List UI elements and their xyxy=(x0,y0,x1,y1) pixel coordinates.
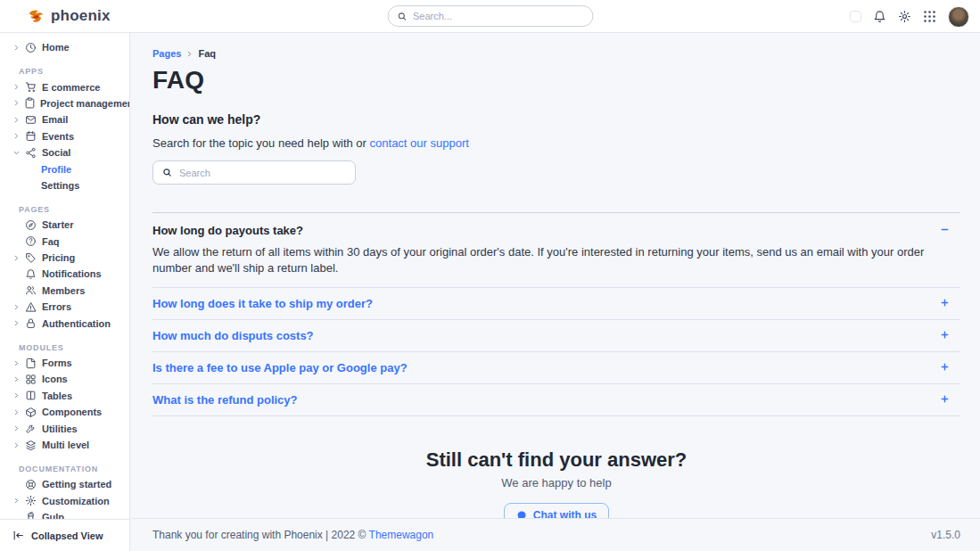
sidebar-item-label: Customization xyxy=(42,496,110,506)
user-avatar[interactable] xyxy=(948,6,969,28)
faq-question[interactable]: Is there a fee to use Apple pay or Googl… xyxy=(152,361,930,374)
plus-icon[interactable] xyxy=(930,330,960,340)
chevron-right-icon xyxy=(13,376,21,382)
faq-accordion: How long do payouts take? We allow the r… xyxy=(152,212,960,416)
sidebar-item-profile[interactable]: Profile xyxy=(0,160,129,177)
faq-question[interactable]: What is the refund policy? xyxy=(152,393,930,407)
top-header: phoenix Search... xyxy=(0,0,980,33)
minus-icon[interactable] xyxy=(930,225,960,234)
sidebar-item-notifications[interactable]: Notifications xyxy=(0,266,129,282)
faq-item-apple-google-pay[interactable]: Is there a fee to use Apple pay or Googl… xyxy=(152,352,960,384)
sidebar-item-project-management[interactable]: Project management xyxy=(0,95,129,111)
topic-search-placeholder: Search xyxy=(179,168,210,178)
chevron-right-icon xyxy=(13,392,21,399)
sidebar-item-icons[interactable]: Icons xyxy=(0,371,129,387)
faq-question[interactable]: How long does it take to ship my order? xyxy=(152,297,930,310)
breadcrumb: Pages Faq xyxy=(152,48,960,59)
sidebar-item-label: Starter xyxy=(42,219,73,230)
cta-section: Still can't find your answer? We are hap… xyxy=(152,448,960,518)
apps-grid-icon[interactable] xyxy=(923,10,936,23)
sidebar-item-label: Multi level xyxy=(42,440,89,450)
table-columns-icon xyxy=(25,390,37,401)
chevron-down-icon xyxy=(13,150,21,156)
help-text: Search for the topic you need help with … xyxy=(152,136,960,150)
faq-item-payouts[interactable]: How long do payouts take? We allow the r… xyxy=(152,213,960,288)
themewagon-link[interactable]: Themewagon xyxy=(369,529,434,541)
chevron-right-icon xyxy=(13,84,21,90)
main-footer: Thank you for creating with Phoenix | 20… xyxy=(131,518,980,551)
collapsed-view-label: Collapsed View xyxy=(31,530,103,541)
cta-title: Still can't find your answer? xyxy=(152,448,960,472)
chevron-right-icon xyxy=(13,304,21,310)
sidebar-item-settings[interactable]: Settings xyxy=(0,177,129,193)
sidebar-item-label: Authentication xyxy=(42,318,111,329)
sidebar-item-forms[interactable]: Forms xyxy=(0,355,129,371)
calendar-icon xyxy=(25,130,37,142)
sidebar-item-faq[interactable]: Faq xyxy=(0,234,129,250)
faq-item-shipping[interactable]: How long does it take to ship my order? xyxy=(152,288,960,320)
footer-credit: Thank you for creating with Phoenix | 20… xyxy=(152,529,366,541)
main-area: Pages Faq FAQ How can we help? Search fo… xyxy=(131,0,980,551)
share-icon xyxy=(25,147,37,159)
plus-icon[interactable] xyxy=(930,362,960,372)
sidebar-item-label: E commerce xyxy=(42,82,100,93)
sidebar-item-multi-level[interactable]: Multi level xyxy=(0,437,129,453)
chat-bubble-icon xyxy=(516,510,527,518)
cta-subtitle: We are happy to help xyxy=(152,476,960,489)
sidebar-item-e-commerce[interactable]: E commerce xyxy=(0,78,129,95)
sidebar-item-label: Faq xyxy=(42,236,60,247)
footer-text: Thank you for creating with Phoenix | 20… xyxy=(152,529,433,541)
sidebar-item-label: Tables xyxy=(42,391,72,401)
sidebar-item-email[interactable]: Email xyxy=(0,111,129,127)
sidebar-item-label: Getting started xyxy=(42,479,111,489)
sidebar-item-authentication[interactable]: Authentication xyxy=(0,315,129,331)
sidebar-item-home[interactable]: Home xyxy=(0,39,129,55)
sidebar-item-starter[interactable]: Starter xyxy=(0,217,129,233)
chevron-right-icon xyxy=(13,255,21,261)
theme-toggle[interactable] xyxy=(850,11,861,22)
breadcrumb-pages-link[interactable]: Pages xyxy=(152,48,181,59)
sidebar-item-label: Social xyxy=(42,147,70,158)
sidebar-item-label: Errors xyxy=(42,301,71,312)
cup-icon xyxy=(25,512,37,519)
sidebar-item-pricing[interactable]: Pricing xyxy=(0,250,129,266)
sidebar-item-components[interactable]: Components xyxy=(0,404,129,420)
clock-icon xyxy=(25,42,37,53)
faq-item-disputes[interactable]: How much do disputs costs? xyxy=(152,320,960,352)
chat-with-us-button[interactable]: Chat with us xyxy=(504,503,609,518)
sidebar-item-utilities[interactable]: Utilities xyxy=(0,420,129,436)
lock-icon xyxy=(25,317,37,329)
faq-question[interactable]: How long do payouts take? xyxy=(152,224,930,237)
sidebar-item-label: Icons xyxy=(42,374,68,384)
mail-icon xyxy=(25,114,37,126)
contact-support-link[interactable]: contact our support xyxy=(370,136,469,150)
sidebar-item-getting-started[interactable]: Getting started xyxy=(0,476,129,492)
brand-logo[interactable]: phoenix xyxy=(28,7,111,25)
sidebar-item-events[interactable]: Events xyxy=(0,128,129,144)
sidebar-item-customization[interactable]: Customization xyxy=(0,493,129,509)
sidebar-item-errors[interactable]: Errors xyxy=(0,299,129,315)
plus-icon[interactable] xyxy=(930,298,960,308)
plus-icon[interactable] xyxy=(930,394,960,404)
page-title: FAQ xyxy=(152,66,960,95)
nav-group-label-pages: PAGES xyxy=(19,205,129,214)
gear-icon xyxy=(25,495,37,506)
sidebar-item-label: Email xyxy=(42,114,68,125)
phoenix-bird-icon xyxy=(28,9,45,24)
sidebar-item-label: Utilities xyxy=(42,424,78,434)
topic-search-input[interactable]: Search xyxy=(152,160,356,185)
collapsed-view-toggle[interactable]: Collapsed View xyxy=(0,519,129,551)
sidebar-item-tables[interactable]: Tables xyxy=(0,388,129,404)
header-search-input[interactable]: Search... xyxy=(387,5,593,27)
faq-item-refund-policy[interactable]: What is the refund policy? xyxy=(152,384,960,416)
sidebar-item-members[interactable]: Members xyxy=(0,283,129,299)
faq-question[interactable]: How much do disputs costs? xyxy=(152,329,930,342)
sidebar-item-gulp[interactable]: Gulp xyxy=(0,509,129,519)
bell-icon[interactable] xyxy=(873,10,886,23)
gear-icon[interactable] xyxy=(898,10,911,23)
chevron-right-icon xyxy=(13,442,21,448)
chevron-right-icon xyxy=(13,498,21,504)
shopping-cart-icon xyxy=(25,81,37,93)
sidebar-item-social[interactable]: Social xyxy=(0,144,129,160)
chevron-right-icon xyxy=(13,133,21,139)
